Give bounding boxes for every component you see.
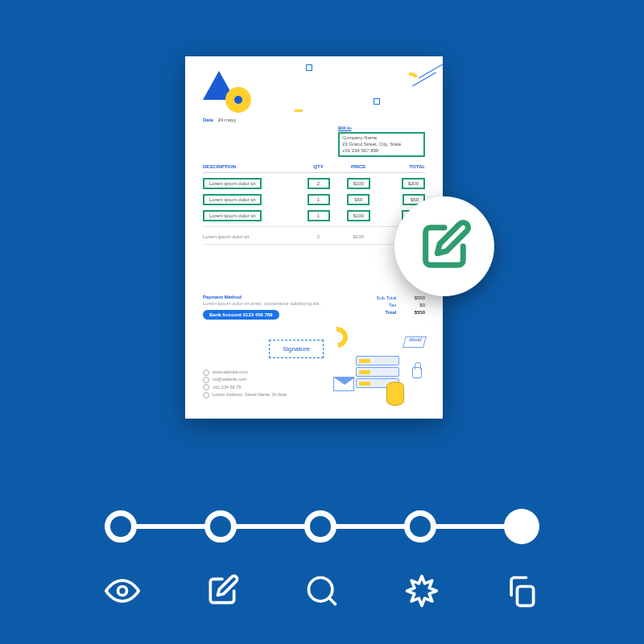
mail-icon	[203, 377, 209, 383]
database-icon	[386, 382, 404, 406]
total-label: Total	[385, 310, 396, 315]
envelope-icon	[333, 377, 354, 391]
cell-qty[interactable]: 1	[308, 194, 330, 205]
col-qty: QTY	[300, 164, 336, 173]
col-description: DESCRIPTION	[203, 164, 300, 173]
cell-qty: 2	[300, 232, 336, 239]
table-row: Lorem ipsum dolor sit 2 $100	[203, 232, 425, 239]
timeline-step[interactable]	[404, 510, 436, 543]
bill-to: Bill to Company Name 23 Grand Street, Ci…	[338, 126, 425, 157]
phone-icon	[203, 384, 209, 390]
timeline-step[interactable]	[105, 510, 137, 543]
eye-icon	[105, 573, 140, 609]
cell-desc[interactable]: Lorem ipsum dolor sit	[203, 194, 262, 205]
starburst-icon	[404, 573, 440, 609]
payment-method: Payment Method Lorem ipsum dolor sit ame…	[203, 295, 324, 320]
cell-qty[interactable]: 1	[308, 210, 330, 221]
table-row: Lorem ipsum dolor sit 1 $50 $50	[203, 194, 425, 205]
payment-desc: Lorem ipsum dolor sit amet, consectetur …	[203, 301, 324, 307]
lock-icon	[412, 367, 422, 378]
tax-value: $0	[398, 302, 425, 309]
cell-desc[interactable]: Lorem ipsum dolor sit	[203, 210, 262, 221]
bill-to-address: 23 Grand Street, City, State	[342, 142, 421, 148]
contact-email: no@website.com	[213, 377, 246, 382]
globe-icon	[203, 369, 209, 376]
subtotal-label: Sub Total	[376, 295, 396, 300]
table-row: Lorem ipsum dolor sit 1 $100 $100	[203, 210, 425, 221]
servers-illustration: World	[333, 341, 430, 411]
search-button[interactable]	[304, 573, 340, 609]
server-icon	[356, 356, 399, 365]
bill-to-label: Bill to	[338, 126, 425, 130]
signature-box[interactable]: Signature	[269, 340, 324, 358]
items-table: DESCRIPTION QTY PRICE TOTAL Lorem ipsum …	[203, 159, 425, 250]
col-total: TOTAL	[381, 164, 425, 173]
edit-button[interactable]	[204, 573, 240, 609]
timeline-step-current[interactable]	[504, 509, 539, 544]
flag-icon: World	[402, 336, 427, 348]
pin-icon	[203, 392, 209, 398]
contact-website: www.website.com	[213, 369, 248, 374]
edit-icon	[416, 218, 473, 275]
cell-price[interactable]: $100	[347, 210, 370, 221]
search-icon	[304, 573, 340, 609]
date-value: 24 mayy	[218, 118, 237, 122]
date-label: Date	[203, 118, 213, 122]
cell-desc[interactable]: Lorem ipsum dolor sit	[203, 178, 262, 189]
server-icon	[356, 367, 399, 377]
bill-to-phone: +01 234 567 890	[342, 148, 421, 155]
decoration	[306, 64, 312, 71]
subtotal-value: $550	[398, 295, 425, 302]
cell-qty[interactable]: 2	[308, 178, 330, 189]
contact-phone: +01 234 56 79	[213, 385, 241, 390]
svg-marker-3	[407, 576, 437, 606]
contact-block: www.website.com no@website.com +01 234 5…	[203, 369, 287, 398]
copy-button[interactable]	[504, 573, 539, 609]
edit-icon	[204, 573, 240, 609]
svg-point-0	[118, 587, 127, 596]
cell-price[interactable]: $100	[347, 178, 370, 189]
svg-line-2	[329, 598, 336, 605]
tax-label: Tax	[389, 303, 396, 308]
svg-rect-4	[518, 587, 534, 606]
bill-to-company: Company Name	[342, 135, 421, 142]
col-price: PRICE	[336, 164, 381, 173]
logo	[203, 71, 425, 114]
bank-account-button[interactable]: Bank Account 0123 456 789	[203, 310, 279, 320]
view-button[interactable]	[105, 573, 140, 609]
bill-to-box[interactable]: Company Name 23 Grand Street, City, Stat…	[338, 132, 425, 157]
cell-total[interactable]: $200	[402, 178, 425, 189]
action-bar	[105, 573, 539, 609]
edit-badge[interactable]	[394, 196, 494, 296]
highlight-button[interactable]	[404, 573, 440, 609]
progress-timeline	[105, 509, 539, 544]
timeline-step[interactable]	[304, 510, 336, 543]
cell-price[interactable]: $50	[347, 194, 369, 205]
logo-circle	[225, 87, 251, 113]
timeline-step[interactable]	[204, 510, 237, 543]
table-row: Lorem ipsum dolor sit 2 $100 $200	[203, 178, 425, 189]
copy-icon	[504, 573, 539, 609]
payment-label: Payment Method	[203, 295, 324, 299]
cell-price: $100	[336, 232, 381, 239]
cell-desc: Lorem ipsum dolor sit	[203, 232, 300, 239]
total-value: $550	[398, 309, 425, 316]
date-row: Date 24 mayy	[203, 118, 425, 122]
totals: Sub Total $550 Tax $0 Total $550	[376, 295, 425, 316]
contact-address: Lorem Address, Street Name, St Area	[213, 392, 287, 397]
